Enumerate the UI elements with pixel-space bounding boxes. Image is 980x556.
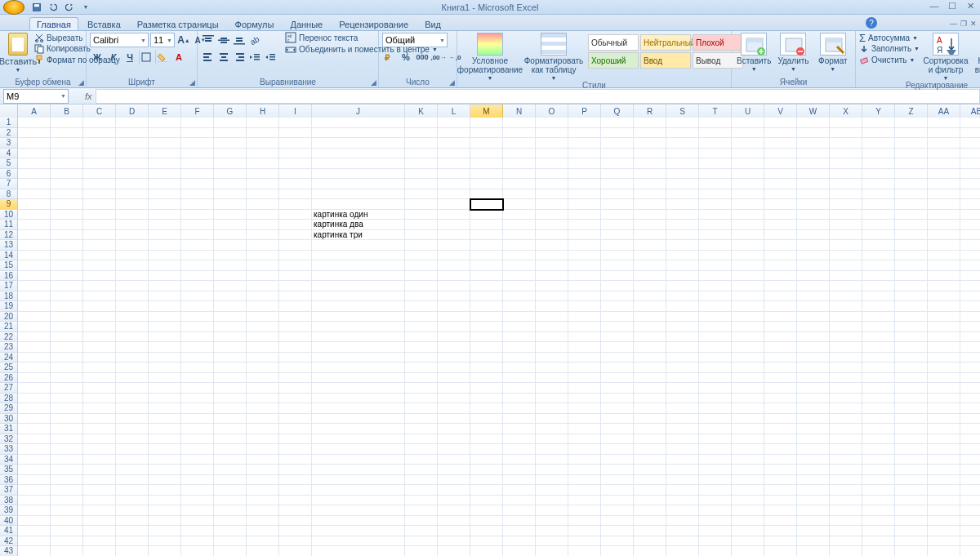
cell-F6[interactable] (181, 169, 214, 180)
cell-P6[interactable] (568, 169, 601, 180)
cell-L39[interactable] (438, 505, 470, 516)
col-head-Z[interactable]: Z (895, 105, 928, 118)
cell-J16[interactable] (312, 271, 405, 282)
cell-C25[interactable] (83, 363, 116, 373)
dialog-launcher-icon[interactable]: ◢ (449, 78, 455, 87)
cell-O41[interactable] (536, 526, 568, 536)
cell-A11[interactable] (18, 220, 51, 230)
cell-Q11[interactable] (601, 220, 634, 230)
cell-U26[interactable] (732, 373, 764, 384)
cell-X13[interactable] (830, 240, 862, 251)
cell-Q1[interactable] (601, 118, 634, 128)
cell-Y6[interactable] (862, 169, 895, 180)
cell-X39[interactable] (830, 505, 862, 516)
cell-T26[interactable] (699, 373, 732, 384)
cell-K38[interactable] (405, 496, 438, 506)
cell-AB26[interactable] (960, 373, 980, 384)
cell-H15[interactable] (247, 260, 279, 271)
cell-I16[interactable] (279, 271, 312, 282)
cell-O36[interactable] (536, 475, 568, 486)
cell-V23[interactable] (764, 342, 797, 353)
cell-E27[interactable] (149, 383, 181, 394)
cell-K16[interactable] (405, 271, 438, 282)
col-head-S[interactable]: S (666, 105, 699, 118)
cell-Z2[interactable] (895, 128, 928, 139)
cell-R36[interactable] (634, 475, 666, 486)
cell-G29[interactable] (214, 403, 247, 414)
row-head-17[interactable]: 17 (0, 281, 18, 291)
cell-J13[interactable] (312, 240, 405, 251)
cell-B40[interactable] (51, 516, 83, 527)
cell-T7[interactable] (699, 179, 732, 189)
cell-Y37[interactable] (862, 485, 895, 496)
cell-H21[interactable] (247, 322, 279, 332)
cell-Q32[interactable] (601, 434, 634, 445)
cell-Z20[interactable] (895, 312, 928, 322)
cell-AA20[interactable] (928, 312, 960, 322)
cell-J21[interactable] (312, 322, 405, 332)
cell-F31[interactable] (181, 424, 214, 434)
cell-Z7[interactable] (895, 179, 928, 189)
cell-U33[interactable] (732, 444, 764, 455)
cell-W8[interactable] (797, 189, 830, 200)
cell-I33[interactable] (279, 444, 312, 455)
cell-L43[interactable] (438, 546, 470, 556)
cell-D38[interactable] (116, 496, 149, 506)
cell-N38[interactable] (503, 496, 536, 506)
cell-S38[interactable] (666, 496, 699, 506)
cell-F11[interactable] (181, 220, 214, 230)
cell-U16[interactable] (732, 271, 764, 282)
cell-AA2[interactable] (928, 128, 960, 139)
cell-B28[interactable] (51, 394, 83, 404)
cell-T5[interactable] (699, 158, 732, 169)
cell-AA35[interactable] (928, 465, 960, 475)
cell-W18[interactable] (797, 291, 830, 302)
cell-F36[interactable] (181, 475, 214, 486)
cell-D2[interactable] (116, 128, 149, 139)
cell-A31[interactable] (18, 424, 51, 434)
cell-U42[interactable] (732, 536, 764, 547)
cell-I3[interactable] (279, 138, 312, 149)
row-head-11[interactable]: 11 (0, 220, 18, 230)
clear-button[interactable]: Очистить▼ (859, 55, 920, 65)
cell-X11[interactable] (830, 220, 862, 230)
cell-B35[interactable] (51, 465, 83, 475)
cell-U21[interactable] (732, 322, 764, 332)
cell-A18[interactable] (18, 291, 51, 302)
cell-R41[interactable] (634, 526, 666, 536)
cell-W29[interactable] (797, 403, 830, 414)
cell-B11[interactable] (51, 220, 83, 230)
cell-O23[interactable] (536, 342, 568, 353)
cell-AB41[interactable] (960, 526, 980, 536)
cell-A21[interactable] (18, 322, 51, 332)
cell-AB10[interactable] (960, 210, 980, 220)
cell-AA8[interactable] (928, 189, 960, 200)
cell-A40[interactable] (18, 516, 51, 527)
cell-N12[interactable] (503, 230, 536, 241)
cell-C21[interactable] (83, 322, 116, 332)
cell-U39[interactable] (732, 505, 764, 516)
cell-T28[interactable] (699, 394, 732, 404)
cell-Z5[interactable] (895, 158, 928, 169)
cell-W3[interactable] (797, 138, 830, 149)
cell-AA3[interactable] (928, 138, 960, 149)
cell-T13[interactable] (699, 240, 732, 251)
cell-E17[interactable] (149, 281, 181, 291)
row-head-30[interactable]: 30 (0, 414, 18, 425)
cell-N29[interactable] (503, 403, 536, 414)
cell-L30[interactable] (438, 414, 470, 425)
cell-C34[interactable] (83, 455, 116, 465)
cell-E16[interactable] (149, 271, 181, 282)
row-head-41[interactable]: 41 (0, 526, 18, 536)
cell-styles-gallery[interactable]: Обычный Нейтральный Плохой Хороший Ввод … (588, 34, 743, 69)
cell-J28[interactable] (312, 394, 405, 404)
cell-E11[interactable] (149, 220, 181, 230)
cell-O2[interactable] (536, 128, 568, 139)
cell-H17[interactable] (247, 281, 279, 291)
cell-P9[interactable] (568, 199, 601, 210)
style-input[interactable]: Ввод (640, 52, 691, 69)
cell-P18[interactable] (568, 291, 601, 302)
cell-V24[interactable] (764, 353, 797, 363)
row-head-34[interactable]: 34 (0, 455, 18, 465)
cell-K12[interactable] (405, 230, 438, 241)
